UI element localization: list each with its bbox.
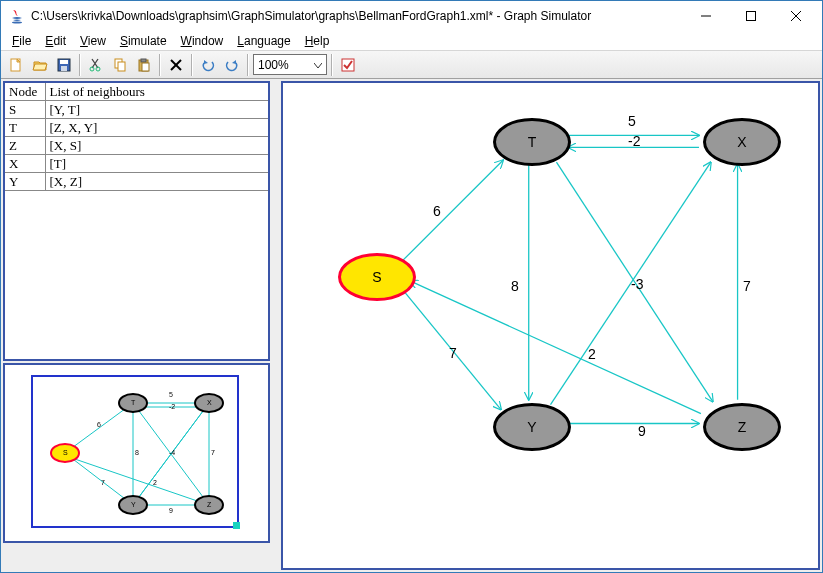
col-header-node[interactable]: Node xyxy=(5,83,45,101)
table-row[interactable]: Z [X, S] xyxy=(5,137,268,155)
chevron-down-icon xyxy=(314,58,322,72)
separator xyxy=(247,54,249,76)
copy-button[interactable] xyxy=(109,54,131,76)
delete-button[interactable] xyxy=(165,54,187,76)
paste-button[interactable] xyxy=(133,54,155,76)
svg-rect-12 xyxy=(118,62,125,71)
graph-node-y[interactable]: Y xyxy=(493,403,571,451)
table-row[interactable]: Y [X, Z] xyxy=(5,173,268,191)
graph-node-t[interactable]: T xyxy=(493,118,571,166)
edge-weight: 7 xyxy=(449,345,457,361)
svg-rect-15 xyxy=(142,63,149,71)
minimize-button[interactable] xyxy=(683,2,728,30)
titlebar: C:\Users\krivka\Downloads\graphsim\Graph… xyxy=(1,1,822,31)
edge-weight: -3 xyxy=(631,276,643,292)
app-window: C:\Users\krivka\Downloads\graphsim\Graph… xyxy=(0,0,823,573)
minimap-viewport[interactable] xyxy=(31,375,239,528)
table-row[interactable]: S [Y, T] xyxy=(5,101,268,119)
save-button[interactable] xyxy=(53,54,75,76)
separator xyxy=(159,54,161,76)
menu-file[interactable]: File xyxy=(5,32,38,50)
java-icon xyxy=(9,8,25,24)
svg-line-49 xyxy=(402,160,503,261)
separator xyxy=(79,54,81,76)
cut-button[interactable] xyxy=(85,54,107,76)
edge-weight: 9 xyxy=(638,423,646,439)
col-header-neighbours[interactable]: List of neighbours xyxy=(45,83,268,101)
separator xyxy=(331,54,333,76)
minimap[interactable]: S T X Y Z 6 5 -2 8 -4 7 7 2 9 xyxy=(29,373,244,533)
svg-point-0 xyxy=(12,22,22,24)
zoom-select[interactable]: 100% xyxy=(253,54,327,75)
edge-weight: 8 xyxy=(511,278,519,294)
edge-weight: 7 xyxy=(743,278,751,294)
window-title: C:\Users\krivka\Downloads\graphsim\Graph… xyxy=(31,9,683,23)
menu-simulate[interactable]: Simulate xyxy=(113,32,174,50)
content-area: Node List of neighbours S [Y, T] T [Z, X… xyxy=(1,79,822,572)
graph-node-z[interactable]: Z xyxy=(703,403,781,451)
svg-rect-2 xyxy=(746,12,755,21)
menubar: File Edit View Simulate Window Language … xyxy=(1,31,822,51)
window-controls xyxy=(683,2,818,30)
menu-edit[interactable]: Edit xyxy=(38,32,73,50)
graph-canvas[interactable]: S T X Y Z 6 5 -2 8 -3 7 7 2 9 xyxy=(281,81,820,570)
validate-button[interactable] xyxy=(337,54,359,76)
graph-node-x[interactable]: X xyxy=(703,118,781,166)
open-button[interactable] xyxy=(29,54,51,76)
minimap-resize-handle[interactable] xyxy=(233,522,240,529)
close-button[interactable] xyxy=(773,2,818,30)
menu-window[interactable]: Window xyxy=(174,32,231,50)
edge-weight: -2 xyxy=(628,133,640,149)
left-pane: Node List of neighbours S [Y, T] T [Z, X… xyxy=(3,81,270,570)
adjacency-table: Node List of neighbours S [Y, T] T [Z, X… xyxy=(5,83,268,191)
separator xyxy=(191,54,193,76)
edge-weight: 5 xyxy=(628,113,636,129)
edge-weight: 2 xyxy=(588,346,596,362)
adjacency-panel: Node List of neighbours S [Y, T] T [Z, X… xyxy=(3,81,270,361)
menu-language[interactable]: Language xyxy=(230,32,297,50)
table-row[interactable]: X [T] xyxy=(5,155,268,173)
svg-rect-14 xyxy=(141,59,146,62)
svg-rect-8 xyxy=(61,66,67,71)
minimap-panel: S T X Y Z 6 5 -2 8 -4 7 7 2 9 xyxy=(3,363,270,543)
zoom-value: 100% xyxy=(258,58,289,72)
table-row[interactable]: T [Z, X, Y] xyxy=(5,119,268,137)
svg-rect-7 xyxy=(60,60,68,64)
undo-button[interactable] xyxy=(197,54,219,76)
horizontal-splitter[interactable] xyxy=(272,81,279,570)
new-button[interactable] xyxy=(5,54,27,76)
maximize-button[interactable] xyxy=(728,2,773,30)
redo-button[interactable] xyxy=(221,54,243,76)
menu-help[interactable]: Help xyxy=(298,32,337,50)
edge-weight: 6 xyxy=(433,203,441,219)
menu-view[interactable]: View xyxy=(73,32,113,50)
graph-node-s[interactable]: S xyxy=(338,253,416,301)
toolbar: 100% xyxy=(1,51,822,79)
